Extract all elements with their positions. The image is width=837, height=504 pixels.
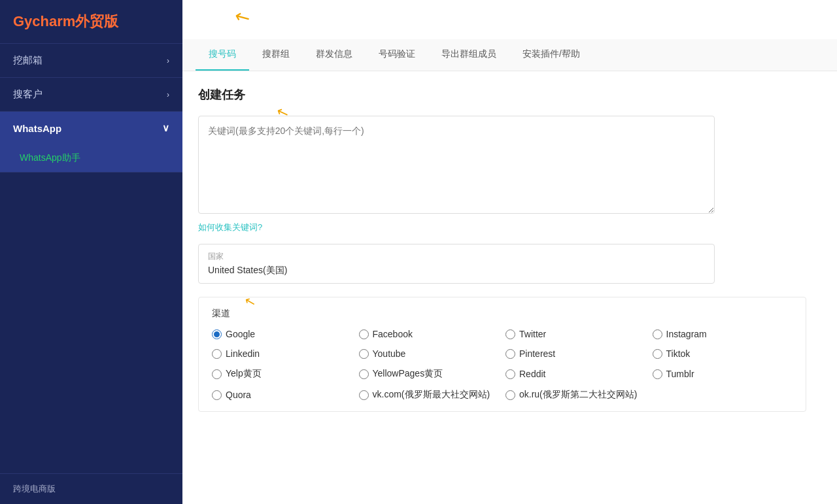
channel-radio-pinterest[interactable] [505,349,515,359]
channel-item-reddit[interactable]: Reddit [505,368,646,380]
country-label: 国家 [208,251,705,262]
sidebar-item-label: 搜客户 [13,88,43,101]
channel-label-quora: Quora [226,390,251,400]
main-content: ↖ 搜号码 搜群组 群发信息 号码验证 导出群组成员 安装插件/帮助 创建任务 … [182,0,837,504]
sidebar-item-label: 挖邮箱 [13,54,43,67]
country-value: United States(美国) [208,265,705,277]
channel-radio-google[interactable] [212,329,222,339]
sidebar-footer: 跨境电商版 [0,473,182,504]
arrow-area-top: ↖ [182,0,837,39]
tab-export-members[interactable]: 导出群组成员 [428,39,509,71]
channel-label-tiktok: Tiktok [666,348,691,359]
tab-mass-message[interactable]: 群发信息 [303,39,366,71]
channel-item-tumblr[interactable]: Tumblr [653,368,793,380]
channel-label-tumblr: Tumblr [666,369,694,379]
channel-title-row: ↖ 渠道 [212,308,793,320]
channel-radio-yelp[interactable] [212,369,222,379]
channel-section: ↖ 渠道 GoogleFacebookTwitterInstagramLinke… [198,297,806,412]
chevron-right-icon: › [167,90,169,99]
channel-item-pinterest[interactable]: Pinterest [505,348,646,359]
app-logo: Gycharm外贸版 [0,0,182,44]
channel-item-yelp[interactable]: Yelp黄页 [212,368,352,380]
tab-verify-number[interactable]: 号码验证 [366,39,428,71]
channel-label: 渠道 [212,308,230,320]
sidebar-item-search-customer[interactable]: 搜客户 › [0,78,182,112]
sidebar-sub-item-label: WhatsApp助手 [20,152,80,163]
channel-radio-yellowpages[interactable] [359,369,369,379]
channel-radio-tumblr[interactable] [653,369,662,379]
country-selector[interactable]: 国家 United States(美国) [198,244,715,284]
channel-radio-linkedin[interactable] [212,349,222,359]
channel-label-yellowpages: YellowPages黄页 [373,368,443,380]
sidebar-item-mine-email[interactable]: 挖邮箱 › [0,44,182,78]
channel-radio-instagram[interactable] [653,329,662,339]
channel-item-vk[interactable]: vk.com(俄罗斯最大社交网站) [359,389,500,401]
channel-item-tiktok[interactable]: Tiktok [653,348,793,359]
channel-radio-reddit[interactable] [505,369,515,379]
channel-radio-ok[interactable] [505,390,515,400]
sidebar-whatsapp-label-text: WhatsApp [13,123,61,134]
sidebar-item-whatsapp: WhatsApp ∨ WhatsApp助手 [0,112,182,173]
channel-radio-tiktok[interactable] [653,349,662,359]
channel-label-linkedin: Linkedin [226,348,260,359]
channel-label-pinterest: Pinterest [519,348,555,359]
chevron-right-icon: › [167,56,169,65]
channel-arrow-decoration: ↖ [243,292,258,311]
channel-radio-vk[interactable] [359,390,369,400]
keyword-textarea[interactable] [198,116,715,214]
tab-bar: 搜号码 搜群组 群发信息 号码验证 导出群组成员 安装插件/帮助 [182,39,837,71]
channel-item-ok[interactable]: ok.ru(俄罗斯第二大社交网站) [505,389,646,401]
keyword-section: ↖ [198,116,715,216]
channel-radio-facebook[interactable] [359,329,369,339]
sidebar: Gycharm外贸版 挖邮箱 › 搜客户 › WhatsApp ∨ WhatsA… [0,0,182,504]
page-title: 创建任务 [198,87,821,103]
channel-label-yelp: Yelp黄页 [226,368,262,380]
channel-item-twitter[interactable]: Twitter [505,329,646,339]
sidebar-item-whatsapp-helper[interactable]: WhatsApp助手 [0,144,182,172]
channel-label-instagram: Instagram [666,329,707,339]
how-to-collect-link[interactable]: 如何收集关键词? [198,222,262,233]
tab-search-number[interactable]: 搜号码 [196,39,249,71]
channel-label-reddit: Reddit [519,369,545,379]
channel-item-youtube[interactable]: Youtube [359,348,500,359]
sidebar-whatsapp-toggle[interactable]: WhatsApp ∨ [0,112,182,144]
channel-item-google[interactable]: Google [212,329,352,339]
chevron-down-icon: ∨ [162,122,169,134]
tab-install-plugin[interactable]: 安装插件/帮助 [509,39,593,71]
channel-item-quora[interactable]: Quora [212,389,352,401]
tab-search-group[interactable]: 搜群组 [249,39,303,71]
top-arrow-decoration: ↖ [230,4,254,30]
channel-label-google: Google [226,329,255,339]
channel-item-instagram[interactable]: Instagram [653,329,793,339]
channel-label-ok: ok.ru(俄罗斯第二大社交网站) [519,389,637,401]
channel-radio-quora[interactable] [212,390,222,400]
channel-label-facebook: Facebook [373,329,413,339]
channel-label-vk: vk.com(俄罗斯最大社交网站) [373,389,490,401]
channel-label-twitter: Twitter [519,329,546,339]
channel-radio-youtube[interactable] [359,349,369,359]
channel-label-youtube: Youtube [373,348,406,359]
channel-item-yellowpages[interactable]: YellowPages黄页 [359,368,500,380]
content-area: 创建任务 ↖ 如何收集关键词? 国家 United States(美国) ↖ 渠… [182,71,837,504]
channel-item-facebook[interactable]: Facebook [359,329,500,339]
channel-item-linkedin[interactable]: Linkedin [212,348,352,359]
channel-grid: GoogleFacebookTwitterInstagramLinkedinYo… [212,329,793,401]
channel-radio-twitter[interactable] [505,329,515,339]
